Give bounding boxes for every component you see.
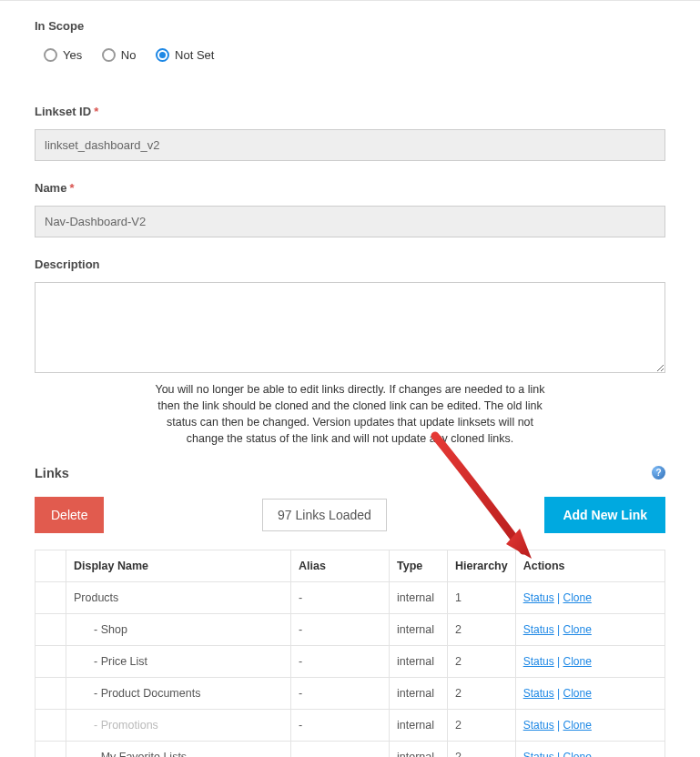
- action-separator: |: [554, 719, 563, 732]
- clone-link[interactable]: Clone: [563, 623, 592, 636]
- row-display-name: Products: [66, 581, 291, 613]
- links-table: Display Name Alias Type Hierarchy Action…: [35, 550, 665, 758]
- row-hierarchy: 2: [448, 709, 516, 741]
- radio-yes-label: Yes: [63, 48, 82, 62]
- row-type: internal: [390, 613, 448, 645]
- links-loaded-count: 97 Links Loaded: [262, 499, 387, 531]
- status-link[interactable]: Status: [523, 687, 554, 700]
- row-actions: Status | Clone: [515, 709, 664, 741]
- table-row: - Shop-internal2Status | Clone: [36, 613, 665, 645]
- row-type: internal: [390, 741, 448, 757]
- help-icon[interactable]: ?: [652, 466, 665, 479]
- clone-link[interactable]: Clone: [563, 687, 592, 700]
- in-scope-radios: Yes No Not Set: [35, 44, 665, 85]
- col-type: Type: [390, 550, 448, 581]
- row-display-name: - Shop: [66, 613, 291, 645]
- row-display-name: - Promotions: [66, 709, 291, 741]
- col-hierarchy: Hierarchy: [448, 550, 516, 581]
- status-link[interactable]: Status: [523, 655, 554, 668]
- row-type: internal: [390, 645, 448, 677]
- row-handle[interactable]: [36, 613, 66, 645]
- col-alias: Alias: [291, 550, 390, 581]
- radio-yes-item[interactable]: Yes: [44, 48, 82, 62]
- row-type: internal: [390, 709, 448, 741]
- action-separator: |: [554, 751, 563, 758]
- clone-link[interactable]: Clone: [563, 591, 592, 604]
- info-callout: You will no longer be able to edit links…: [155, 381, 546, 448]
- row-hierarchy: 2: [448, 677, 516, 709]
- col-handle: [36, 550, 66, 581]
- action-separator: |: [554, 655, 563, 668]
- table-row: Products-internal1Status | Clone: [36, 581, 665, 613]
- table-row: - Product Documents-internal2Status | Cl…: [36, 677, 665, 709]
- row-type: internal: [390, 677, 448, 709]
- action-separator: |: [554, 687, 563, 700]
- name-label: Name*: [35, 181, 665, 195]
- description-label: Description: [35, 257, 665, 271]
- col-actions: Actions: [515, 550, 664, 581]
- delete-button[interactable]: Delete: [35, 497, 104, 533]
- row-alias: -: [291, 741, 390, 757]
- action-separator: |: [554, 623, 563, 636]
- radio-notset-label: Not Set: [175, 48, 214, 62]
- row-alias: -: [291, 613, 390, 645]
- row-alias: -: [291, 645, 390, 677]
- row-actions: Status | Clone: [515, 741, 664, 757]
- row-handle[interactable]: [36, 677, 66, 709]
- status-link[interactable]: Status: [523, 719, 554, 732]
- row-actions: Status | Clone: [515, 613, 664, 645]
- radio-no-item[interactable]: No: [102, 48, 137, 62]
- table-row: - Promotions-internal2Status | Clone: [36, 709, 665, 741]
- in-scope-label: In Scope: [35, 19, 665, 33]
- radio-yes[interactable]: [44, 48, 57, 62]
- row-alias: -: [291, 581, 390, 613]
- linkset-id-field[interactable]: [35, 129, 665, 161]
- clone-link[interactable]: Clone: [563, 655, 592, 668]
- row-handle[interactable]: [36, 645, 66, 677]
- clone-link[interactable]: Clone: [563, 751, 592, 758]
- status-link[interactable]: Status: [523, 751, 554, 758]
- row-handle[interactable]: [36, 741, 66, 757]
- row-hierarchy: 1: [448, 581, 516, 613]
- row-actions: Status | Clone: [515, 645, 664, 677]
- row-handle[interactable]: [36, 581, 66, 613]
- action-separator: |: [554, 591, 563, 604]
- row-display-name: - Price List: [66, 645, 291, 677]
- radio-no[interactable]: [102, 48, 116, 62]
- row-hierarchy: 2: [448, 613, 516, 645]
- add-new-link-button[interactable]: Add New Link: [544, 497, 665, 533]
- table-row: - Price List-internal2Status | Clone: [36, 645, 665, 677]
- radio-notset-item[interactable]: Not Set: [156, 48, 214, 62]
- linkset-id-label: Linkset ID*: [35, 105, 665, 118]
- row-actions: Status | Clone: [515, 677, 664, 709]
- status-link[interactable]: Status: [523, 591, 554, 604]
- radio-no-label: No: [121, 48, 137, 62]
- clone-link[interactable]: Clone: [563, 719, 592, 732]
- row-display-name: - My Favorite Lists: [66, 741, 291, 757]
- row-alias: -: [291, 677, 390, 709]
- description-field[interactable]: [35, 282, 665, 373]
- row-handle[interactable]: [36, 709, 66, 741]
- row-display-name: - Product Documents: [66, 677, 291, 709]
- name-field[interactable]: [35, 206, 665, 237]
- row-alias: -: [291, 709, 390, 741]
- row-actions: Status | Clone: [515, 581, 664, 613]
- row-hierarchy: 2: [448, 741, 516, 757]
- col-display-name: Display Name: [66, 550, 291, 581]
- status-link[interactable]: Status: [523, 623, 554, 636]
- radio-notset[interactable]: [156, 48, 169, 62]
- links-heading: Links: [35, 466, 69, 480]
- row-hierarchy: 2: [448, 645, 516, 677]
- table-row: - My Favorite Lists-internal2Status | Cl…: [36, 741, 665, 757]
- row-type: internal: [390, 581, 448, 613]
